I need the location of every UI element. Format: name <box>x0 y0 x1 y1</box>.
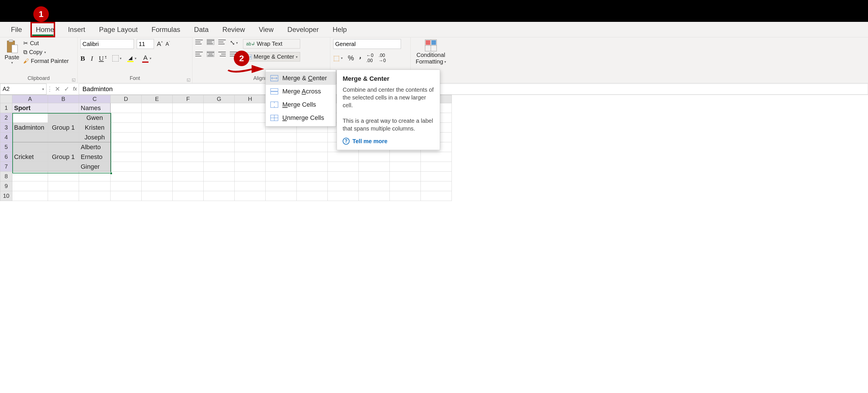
grid-cell[interactable] <box>142 172 173 181</box>
grid-cell[interactable] <box>266 181 297 191</box>
grid-cell[interactable] <box>235 103 266 113</box>
grid-cell[interactable] <box>204 142 235 152</box>
grid-cell[interactable] <box>12 162 48 172</box>
select-all-corner[interactable] <box>0 95 12 103</box>
grid-cell[interactable] <box>111 103 142 113</box>
grid-cell[interactable] <box>235 123 266 133</box>
grid-cell[interactable]: Sport <box>12 103 48 113</box>
grid-cell[interactable] <box>111 162 142 172</box>
grid-cell[interactable] <box>111 172 142 181</box>
grid-cell[interactable] <box>266 162 297 172</box>
grid-cell[interactable] <box>173 172 204 181</box>
grid-cell[interactable] <box>79 181 111 191</box>
tab-developer[interactable]: Developer <box>281 23 326 36</box>
grid-cell[interactable] <box>12 142 48 152</box>
column-header[interactable]: H <box>235 95 266 103</box>
grid-cell[interactable]: Names <box>79 103 111 113</box>
grid-cell[interactable] <box>142 103 173 113</box>
grid-cell[interactable] <box>204 152 235 162</box>
orientation-button[interactable]: ⤡▾ <box>230 39 238 47</box>
chevron-down-icon[interactable]: ▾ <box>11 61 13 65</box>
row-header[interactable]: 4 <box>0 133 12 142</box>
tab-data[interactable]: Data <box>187 23 216 36</box>
grid-cell[interactable] <box>390 191 421 201</box>
grid-cell[interactable] <box>204 172 235 181</box>
grid-cell[interactable] <box>142 123 173 133</box>
fill-handle[interactable] <box>110 172 112 174</box>
grid-cell[interactable] <box>204 123 235 133</box>
grid-cell[interactable]: Kristen <box>79 123 111 133</box>
tab-formulas[interactable]: Formulas <box>145 23 187 36</box>
grid-cell[interactable] <box>142 113 173 123</box>
grid-cell[interactable] <box>48 113 79 123</box>
grid-cell[interactable] <box>48 162 79 172</box>
grid-cell[interactable] <box>266 172 297 181</box>
row-header[interactable]: 3 <box>0 123 12 133</box>
conditional-formatting-button[interactable]: Conditional Formatting ▾ <box>413 39 448 65</box>
row-header[interactable]: 6 <box>0 152 12 162</box>
number-format-combo[interactable] <box>333 39 401 49</box>
grid-cell[interactable] <box>111 113 142 123</box>
tab-view[interactable]: View <box>252 23 281 36</box>
grid-cell[interactable] <box>328 191 359 201</box>
grid-cell[interactable] <box>359 162 390 172</box>
grid-cell[interactable] <box>12 172 48 181</box>
grid-cell[interactable] <box>235 172 266 181</box>
grid-cell[interactable] <box>235 191 266 201</box>
format-painter-button[interactable]: 🖌 Format Painter <box>23 58 69 64</box>
grid-cell[interactable] <box>328 172 359 181</box>
align-bottom-icon[interactable] <box>218 39 226 45</box>
grid-cell[interactable] <box>390 162 421 172</box>
grid-cell[interactable] <box>235 142 266 152</box>
row-header[interactable]: 8 <box>0 172 12 181</box>
grid-cell[interactable] <box>142 181 173 191</box>
grid-cell[interactable] <box>79 191 111 201</box>
cancel-formula-button[interactable]: ✕ <box>53 85 62 93</box>
grid-cell[interactable]: Group 1 <box>48 123 79 133</box>
grid-cell[interactable] <box>173 162 204 172</box>
grid-cell[interactable] <box>266 133 297 142</box>
grid-cell[interactable] <box>48 172 79 181</box>
grid-cell[interactable] <box>328 162 359 172</box>
grid-cell[interactable] <box>359 191 390 201</box>
grid-cell[interactable] <box>111 191 142 201</box>
grid-cell[interactable] <box>235 181 266 191</box>
grid-cell[interactable] <box>297 152 328 162</box>
grid-cell[interactable]: Ernesto <box>79 152 111 162</box>
column-header[interactable]: D <box>111 95 142 103</box>
menu-item-unmerge-cells[interactable]: Unmerge Cells <box>266 111 336 124</box>
grid-cell[interactable] <box>12 191 48 201</box>
fx-icon[interactable]: fx <box>71 86 79 92</box>
grid-cell[interactable] <box>142 191 173 201</box>
grid-cell[interactable] <box>297 162 328 172</box>
grid-cell[interactable] <box>142 162 173 172</box>
grid-cell[interactable] <box>12 133 48 142</box>
font-size-combo[interactable] <box>137 39 154 49</box>
row-header[interactable]: 7 <box>0 162 12 172</box>
fill-color-button[interactable]: ◢▾ <box>127 55 136 62</box>
cut-button[interactable]: ✂ Cut <box>23 40 69 47</box>
grid-cell[interactable] <box>204 191 235 201</box>
align-right-icon[interactable] <box>218 51 226 57</box>
grid-cell[interactable] <box>390 152 421 162</box>
row-header[interactable]: 10 <box>0 191 12 201</box>
grid-cell[interactable]: Badminton <box>12 123 48 133</box>
grid-cell[interactable] <box>266 191 297 201</box>
name-box[interactable]: A2 ▾ <box>0 84 46 94</box>
align-top-icon[interactable] <box>195 39 203 45</box>
grid-cell[interactable]: Group 1 <box>48 152 79 162</box>
paste-button[interactable]: Paste ▾ <box>3 39 21 65</box>
column-header[interactable]: E <box>142 95 173 103</box>
grid-cell[interactable] <box>48 181 79 191</box>
grid-cell[interactable] <box>111 181 142 191</box>
enter-formula-button[interactable]: ✓ <box>62 85 71 93</box>
grid-cell[interactable] <box>235 152 266 162</box>
grid-cell[interactable] <box>142 133 173 142</box>
grid-cell[interactable] <box>173 152 204 162</box>
grid-cell[interactable] <box>297 142 328 152</box>
font-color-button[interactable]: A▾ <box>142 54 151 63</box>
grid-cell[interactable] <box>173 123 204 133</box>
accounting-format-button[interactable]: ⬚▾ <box>333 54 343 62</box>
grid-cell[interactable] <box>421 172 452 181</box>
grid-cell[interactable] <box>48 191 79 201</box>
